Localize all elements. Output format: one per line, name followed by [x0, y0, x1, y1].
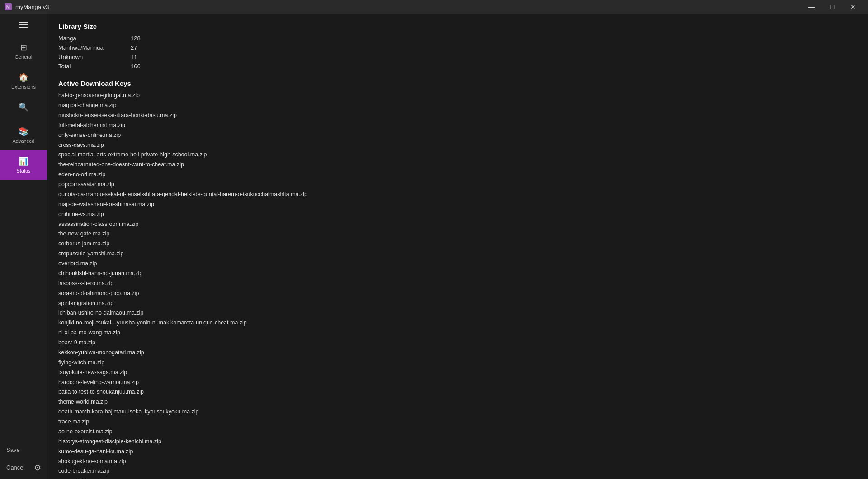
library-size-title: Library Size — [58, 23, 857, 30]
list-item: only-sense-online.ma.zip — [58, 131, 857, 141]
list-item: mushoku-tensei-isekai-ittara-honki-dasu.… — [58, 111, 857, 121]
lib-row-manhwa: Manhwa/Manhua 27 — [58, 43, 857, 53]
minimize-button[interactable]: — — [801, 0, 822, 14]
list-item: shokugeki-no-soma.ma.zip — [58, 457, 857, 467]
list-item: flying-witch.ma.zip — [58, 358, 857, 368]
sidebar-label-extensions: Extensions — [11, 84, 36, 89]
list-item: historys-strongest-disciple-kenichi.ma.z… — [58, 437, 857, 447]
list-item: special-martial-arts-extreme-hell-privat… — [58, 150, 857, 160]
lib-value-manga: 128 — [131, 34, 141, 43]
list-item: gunota-ga-mahou-sekai-ni-tensei-shitara-… — [58, 190, 857, 200]
sidebar-label-general: General — [14, 54, 32, 60]
lib-value-manhwa: 27 — [131, 43, 137, 53]
list-item: sora-no-otoshimono-pico.ma.zip — [58, 289, 857, 299]
download-keys-list: hai-to-gensou-no-grimgal.ma.zipmagical-c… — [58, 91, 857, 479]
general-icon: ⊞ — [20, 42, 27, 52]
sidebar: ⊞ General 🏠 Extensions 🔍 📚 Advanced 📊 St… — [0, 14, 47, 479]
list-item: cerberus-jam.ma.zip — [58, 239, 857, 249]
list-item: lasboss-x-hero.ma.zip — [58, 279, 857, 289]
app-container: ⊞ General 🏠 Extensions 🔍 📚 Advanced 📊 St… — [0, 14, 868, 479]
list-item: magical-change.ma.zip — [58, 101, 857, 111]
lib-label-total: Total — [58, 62, 131, 71]
list-item: ao-no-exorcist.ma.zip — [58, 427, 857, 437]
lib-value-total: 166 — [131, 62, 141, 71]
list-item: tsuyokute-new-saga.ma.zip — [58, 368, 857, 378]
list-item: theme-world.ma.zip — [58, 397, 857, 407]
lib-label-manga: Manga — [58, 34, 131, 43]
list-item: eden-no-ori.ma.zip — [58, 170, 857, 180]
list-item: hardcore-leveling-warrior.ma.zip — [58, 378, 857, 388]
sidebar-item-advanced[interactable]: 📚 Advanced — [0, 120, 47, 150]
lib-label-manhwa: Manhwa/Manhua — [58, 43, 131, 53]
list-item: kekkon-yubiwa-monogatari.ma.zip — [58, 348, 857, 358]
lib-row-unknown: Unknown 11 — [58, 53, 857, 62]
sidebar-item-extensions[interactable]: 🏠 Extensions — [0, 66, 47, 96]
list-item: hai-to-gensou-no-grimgal.ma.zip — [58, 91, 857, 101]
lib-row-total: Total 166 — [58, 62, 857, 71]
hamburger-line-1 — [19, 22, 28, 23]
title-bar: M myManga v3 — □ ✕ — [0, 0, 868, 14]
list-item: the-reincarnated-one-doesnt-want-to-chea… — [58, 160, 857, 170]
hamburger-line-2 — [19, 24, 28, 25]
status-icon: 📊 — [19, 156, 28, 166]
list-item: ichiban-ushiro-no-daimaou.ma.zip — [58, 308, 857, 318]
close-button[interactable]: ✕ — [843, 0, 863, 14]
list-item: chihoukishi-hans-no-junan.ma.zip — [58, 269, 857, 279]
gear-icon[interactable]: ⚙ — [33, 461, 42, 474]
maximize-button[interactable]: □ — [822, 0, 843, 14]
list-item: kumo-desu-ga-nani-ka.ma.zip — [58, 447, 857, 457]
sidebar-bottom: Save Cancel ⚙ — [0, 438, 47, 479]
window-controls: — □ ✕ — [801, 0, 863, 14]
sidebar-item-status[interactable]: 📊 Status — [0, 150, 47, 180]
list-item: konjiki-no-moji-tsukai---yuusha-yonin-ni… — [58, 318, 857, 328]
app-icon: M — [5, 3, 12, 10]
lib-label-unknown: Unknown — [58, 53, 131, 62]
sidebar-item-search[interactable]: 🔍 — [0, 96, 47, 120]
list-item: baka-to-test-to-shoukanjuu.ma.zip — [58, 387, 857, 397]
list-item: assassination-classroom.ma.zip — [58, 220, 857, 230]
list-item: beast-9.ma.zip — [58, 338, 857, 348]
main-content: Library Size Manga 128 Manhwa/Manhua 27 … — [47, 14, 868, 479]
hamburger-menu[interactable] — [14, 16, 33, 34]
list-item: death-march-kara-hajimaru-isekai-kyousou… — [58, 407, 857, 417]
lib-value-unknown: 11 — [131, 53, 137, 62]
search-icon: 🔍 — [19, 102, 28, 112]
sidebar-bottom-row: Cancel ⚙ — [5, 460, 42, 474]
list-item: popcorn-avatar.ma.zip — [58, 180, 857, 190]
list-item: maji-de-watashi-ni-koi-shinasai.ma.zip — [58, 200, 857, 210]
list-item: trace.ma.zip — [58, 417, 857, 427]
list-item: the-new-gate.ma.zip — [58, 229, 857, 239]
hamburger-line-3 — [19, 27, 28, 28]
extensions-icon: 🏠 — [19, 72, 28, 82]
lib-row-manga: Manga 128 — [58, 34, 857, 43]
list-item: ni-xi-ba-mo-wang.ma.zip — [58, 328, 857, 338]
cancel-button[interactable]: Cancel — [5, 460, 33, 474]
library-size-section: Library Size Manga 128 Manhwa/Manhua 27 … — [58, 23, 857, 71]
sidebar-label-status: Status — [16, 168, 30, 174]
list-item: spirit-migration.ma.zip — [58, 299, 857, 309]
sidebar-nav: ⊞ General 🏠 Extensions 🔍 📚 Advanced 📊 St… — [0, 36, 47, 438]
list-item: yume-nikki.ma.zip — [58, 476, 857, 479]
list-item: crepuscule-yamchi.ma.zip — [58, 249, 857, 259]
save-button[interactable]: Save — [5, 443, 42, 457]
title-bar-left: M myManga v3 — [5, 3, 49, 10]
list-item: full-metal-alchemist.ma.zip — [58, 121, 857, 131]
sidebar-item-general[interactable]: ⊞ General — [0, 36, 47, 66]
list-item: code-breaker.ma.zip — [58, 466, 857, 476]
list-item: overlord.ma.zip — [58, 259, 857, 269]
download-keys-title: Active Download Keys — [58, 80, 857, 87]
app-title: myManga v3 — [15, 4, 49, 10]
hamburger-icon — [19, 22, 28, 28]
sidebar-label-advanced: Advanced — [13, 138, 35, 144]
list-item: onihime-vs.ma.zip — [58, 210, 857, 220]
list-item: cross-days.ma.zip — [58, 141, 857, 150]
advanced-icon: 📚 — [19, 127, 28, 136]
